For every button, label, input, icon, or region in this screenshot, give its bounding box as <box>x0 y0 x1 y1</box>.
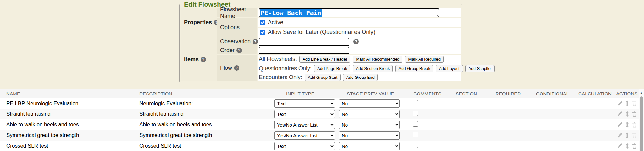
comments-checkbox[interactable] <box>413 143 418 148</box>
add-group-start-button[interactable]: Add Group Start <box>305 74 341 81</box>
add-section-break-button[interactable]: Add Section Break <box>353 65 393 72</box>
delete-icon[interactable] <box>632 122 637 128</box>
item-section <box>447 109 486 119</box>
stage-prev-value-select[interactable]: No <box>339 142 400 150</box>
item-conditional <box>530 98 575 109</box>
add-group-end-button[interactable]: Add Group End <box>343 74 378 81</box>
observation-help-icon[interactable]: ? <box>253 39 258 44</box>
delete-icon[interactable] <box>632 100 637 106</box>
col-header-name: NAME <box>0 89 133 98</box>
item-description: Able to walk on heels and toes <box>133 119 268 130</box>
add-group-break-button[interactable]: Add Group Break <box>395 65 433 72</box>
col-header-section: SECTION <box>447 89 486 98</box>
item-section <box>447 119 486 130</box>
item-required <box>486 119 530 130</box>
stage-prev-value-select[interactable]: No <box>339 110 400 118</box>
col-header-comments: COMMENTS <box>408 89 447 98</box>
move-row-icon[interactable] <box>625 100 629 106</box>
input-type-select[interactable]: Yes/No Answer List <box>274 131 335 140</box>
move-row-icon[interactable] <box>625 122 629 128</box>
edit-flowsheet-form: Properties ? Items ? Flowsheet Name Opti… <box>181 8 461 81</box>
allow-save-checkbox-label: Allow Save for Later (Questionnaires Onl… <box>268 29 375 35</box>
comments-checkbox[interactable] <box>413 100 418 105</box>
comments-checkbox[interactable] <box>413 121 418 127</box>
comments-checkbox[interactable] <box>413 111 418 116</box>
delete-icon[interactable] <box>632 143 637 149</box>
item-description: Straight leg raising <box>133 109 268 119</box>
edit-icon[interactable] <box>617 143 623 149</box>
item-required <box>486 109 530 119</box>
item-required <box>486 130 530 141</box>
mark-all-required-button[interactable]: Mark All Required <box>405 56 444 63</box>
delete-icon[interactable] <box>632 111 637 117</box>
item-conditional <box>530 119 575 130</box>
items-section: Items ? <box>181 37 217 81</box>
comments-checkbox[interactable] <box>413 132 418 137</box>
observation-label: Observation ? <box>217 37 257 46</box>
move-row-icon[interactable] <box>625 132 629 138</box>
item-calculation <box>575 141 615 151</box>
observation-input[interactable] <box>259 38 349 46</box>
col-header-actions: ACTIONS <box>615 89 639 98</box>
allow-save-checkbox[interactable] <box>260 30 265 35</box>
col-header-stage-prev-value: STAGE PREV VALUE <box>333 89 408 98</box>
order-input[interactable] <box>259 47 349 54</box>
flowsheet-name-label: Flowsheet Name <box>217 8 257 17</box>
item-calculation <box>575 130 615 141</box>
flowsheet-name-input[interactable]: PE-Low Back Pain <box>259 8 439 17</box>
order-help-icon[interactable]: ? <box>236 48 242 53</box>
add-line-break-header-button[interactable]: Add Line Break / Header <box>299 56 350 63</box>
table-row: Straight leg raising Straight leg raisin… <box>0 109 639 119</box>
items-section-label: Items <box>184 56 199 63</box>
edit-icon[interactable] <box>617 101 623 106</box>
item-name: Straight leg raising <box>0 109 133 119</box>
flow-label: Flow ? <box>217 55 257 81</box>
col-header-input-type: INPUT TYPE <box>268 89 333 98</box>
item-conditional <box>530 141 575 151</box>
item-calculation <box>575 98 615 109</box>
questionnaires-only-label: Questionnaires Only: <box>259 65 312 72</box>
resize-grip-icon[interactable] <box>346 50 348 53</box>
edit-icon[interactable] <box>617 122 623 127</box>
table-scrollbar[interactable]: ▲ <box>639 89 644 151</box>
stage-prev-value-select[interactable]: No <box>339 99 400 108</box>
add-layout-button[interactable]: Add Layout <box>436 65 463 72</box>
observation-field-help-icon[interactable]: ? <box>353 39 359 44</box>
item-required <box>486 141 530 151</box>
input-type-select[interactable]: Text <box>274 142 335 150</box>
flow-help-icon[interactable]: ? <box>234 65 239 71</box>
item-conditional <box>530 130 575 141</box>
options-label: Options <box>217 18 257 37</box>
move-row-icon[interactable] <box>625 111 629 117</box>
item-name: Symmetrical great toe strength <box>0 130 133 141</box>
items-help-icon[interactable]: ? <box>201 57 206 62</box>
resize-grip-icon[interactable] <box>436 13 438 16</box>
item-section <box>447 98 486 109</box>
col-header-description: DESCRIPTION <box>133 89 268 98</box>
scrollbar-up-arrow-icon[interactable]: ▲ <box>639 89 644 95</box>
item-description: Neurologic Evaluation: <box>133 98 268 109</box>
order-label: Order ? <box>217 46 257 54</box>
stage-prev-value-select[interactable]: No <box>339 131 400 140</box>
table-row: PE LBP Neurologic Evaluation Neurologic … <box>0 98 639 109</box>
input-type-select[interactable]: Text <box>274 99 335 108</box>
properties-section-label: Properties <box>184 19 212 26</box>
flowsheet-items-table: NAME DESCRIPTION INPUT TYPE STAGE PREV V… <box>0 89 639 151</box>
delete-icon[interactable] <box>632 132 637 138</box>
scrollbar-thumb[interactable] <box>640 96 643 151</box>
input-type-select[interactable]: Yes/No Answer List <box>274 121 335 129</box>
resize-grip-icon[interactable] <box>346 42 348 45</box>
edit-icon[interactable] <box>617 132 623 138</box>
active-checkbox[interactable] <box>260 20 265 25</box>
input-type-select[interactable]: Text <box>274 110 335 118</box>
mark-all-recommended-button[interactable]: Mark All Recommended <box>353 56 402 63</box>
move-row-icon[interactable] <box>625 143 629 149</box>
col-header-conditional: CONDITIONAL <box>530 89 575 98</box>
item-required <box>486 98 530 109</box>
stage-prev-value-select[interactable]: No <box>339 121 400 129</box>
edit-icon[interactable] <box>617 111 623 117</box>
item-description: Symmetrical great toe strength <box>133 130 268 141</box>
table-row: Symmetrical great toe strength Symmetric… <box>0 130 639 141</box>
add-page-break-button[interactable]: Add Page Break <box>314 65 350 72</box>
add-scriptlet-button[interactable]: Add Scriptlet <box>465 65 495 72</box>
